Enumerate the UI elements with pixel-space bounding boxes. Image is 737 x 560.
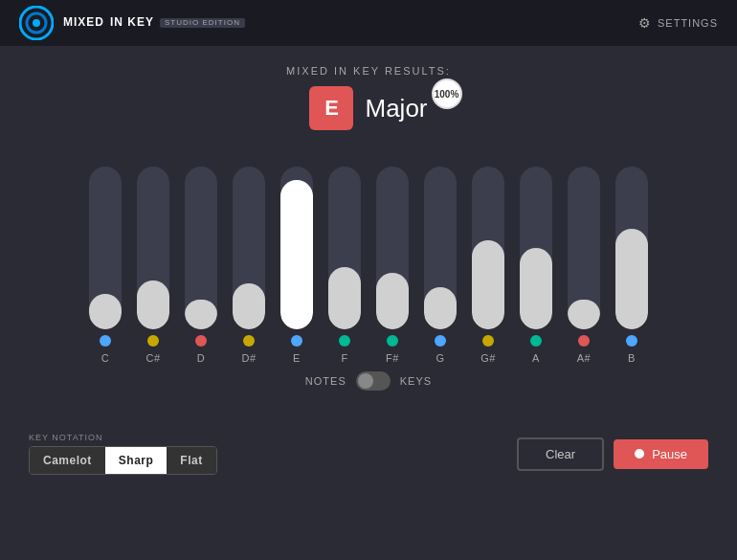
bar-dot-asharp <box>578 335 590 347</box>
bar-item-asharp: A# <box>568 167 600 364</box>
bar-dot-e <box>291 335 302 347</box>
pause-dot-icon <box>635 449 644 459</box>
note-bars-chart: CC#DD#EFF#GG#AA#B <box>79 153 658 364</box>
notation-button-group: CamelotSharpFlat <box>29 446 217 475</box>
keys-label: KEYS <box>400 375 432 387</box>
logo-icon <box>19 6 54 40</box>
bar-fill <box>568 300 600 329</box>
key-scale: Major <box>365 94 427 123</box>
notation-btn-sharp[interactable]: Sharp <box>105 447 168 474</box>
bar-dot-a <box>530 335 542 347</box>
clear-button[interactable]: Clear <box>517 437 604 471</box>
bar-track <box>89 167 122 329</box>
bar-dot-fsharp <box>387 335 398 347</box>
bar-track <box>615 167 648 329</box>
brand-text: MIXED IN KEY STUDIO EDITION <box>63 16 245 29</box>
bar-fill <box>376 273 409 330</box>
bar-dot-d <box>195 335 207 347</box>
app-header: MIXED IN KEY STUDIO EDITION ⚙ SETTINGS <box>0 0 737 46</box>
svg-point-2 <box>33 19 40 27</box>
bar-fill <box>280 180 313 329</box>
bar-dot-g <box>435 335 446 347</box>
bar-track <box>472 167 504 329</box>
pause-button[interactable]: Pause <box>614 439 708 469</box>
bar-dot-dsharp <box>243 335 255 347</box>
toggle-row: NOTES KEYS <box>305 371 432 391</box>
bar-track <box>520 167 552 329</box>
bar-label-f: F <box>341 352 347 364</box>
bar-track <box>233 167 265 329</box>
bar-label-dsharp: D# <box>241 352 256 364</box>
bar-fill <box>89 294 122 329</box>
pause-label: Pause <box>652 447 687 461</box>
settings-button[interactable]: ⚙ SETTINGS <box>638 15 718 31</box>
toggle-knob <box>358 373 373 389</box>
key-letter-badge: E <box>309 86 353 130</box>
notation-btn-flat[interactable]: Flat <box>167 447 215 474</box>
bar-fill <box>520 248 552 329</box>
bar-item-gsharp: G# <box>472 167 504 364</box>
bar-track <box>568 167 600 329</box>
bar-item-b: B <box>615 167 648 364</box>
bar-track <box>185 167 217 329</box>
key-notation-section: KEY NOTATION CamelotSharpFlat <box>29 433 217 475</box>
brand-name-2: IN KEY <box>110 16 154 29</box>
bar-label-c: C <box>101 352 109 364</box>
bar-fill <box>233 283 265 329</box>
studio-edition-badge: STUDIO EDITION <box>160 18 245 29</box>
bar-item-f: F <box>328 167 361 364</box>
bar-track <box>424 167 457 329</box>
notation-btn-camelot[interactable]: Camelot <box>30 447 105 474</box>
bar-label-a: A <box>532 352 540 364</box>
action-buttons: Clear Pause <box>517 437 708 471</box>
gear-icon: ⚙ <box>638 15 652 31</box>
bar-label-d: D <box>197 352 205 364</box>
results-label: MIXED IN KEY RESULTS: <box>286 65 451 77</box>
bar-item-dsharp: D# <box>233 167 265 364</box>
bar-item-fsharp: F# <box>376 167 409 364</box>
bar-dot-csharp <box>147 335 159 347</box>
bar-fill <box>137 280 169 329</box>
bar-fill <box>185 300 217 329</box>
confidence-badge: 100% <box>432 78 462 109</box>
bar-item-a: A <box>520 167 552 364</box>
notes-label: NOTES <box>305 375 346 387</box>
key-display: E Major 100% <box>309 86 427 130</box>
settings-label: SETTINGS <box>658 17 718 29</box>
bar-label-asharp: A# <box>577 352 591 364</box>
bar-label-gsharp: G# <box>480 352 496 364</box>
bar-track <box>280 167 313 329</box>
notes-keys-toggle[interactable] <box>356 371 391 391</box>
bar-fill <box>472 240 504 330</box>
bar-label-g: G <box>436 352 444 364</box>
key-notation-label: KEY NOTATION <box>29 433 217 442</box>
brand-section: MIXED IN KEY STUDIO EDITION <box>19 6 245 40</box>
bar-track <box>376 167 409 329</box>
bar-dot-gsharp <box>482 335 494 347</box>
bar-item-g: G <box>424 167 457 364</box>
bar-dot-f <box>339 335 350 347</box>
brand-name: MIXED <box>63 16 104 29</box>
footer: KEY NOTATION CamelotSharpFlat Clear Paus… <box>0 433 737 475</box>
main-content: MIXED IN KEY RESULTS: E Major 100% CC#DD… <box>0 46 737 429</box>
bar-label-b: B <box>628 352 636 364</box>
bar-label-csharp: C# <box>145 352 160 364</box>
bar-track <box>328 167 361 329</box>
bar-fill <box>615 229 648 329</box>
bar-item-d: D <box>185 167 217 364</box>
bar-label-fsharp: F# <box>386 352 399 364</box>
bar-label-e: E <box>293 352 301 364</box>
bar-fill <box>424 287 457 329</box>
bar-item-e: E <box>280 167 313 364</box>
bar-dot-c <box>100 335 111 347</box>
bar-track <box>137 167 169 329</box>
bar-dot-b <box>626 335 637 347</box>
bar-fill <box>328 267 361 329</box>
bar-item-csharp: C# <box>137 167 169 364</box>
bar-item-c: C <box>89 167 122 364</box>
